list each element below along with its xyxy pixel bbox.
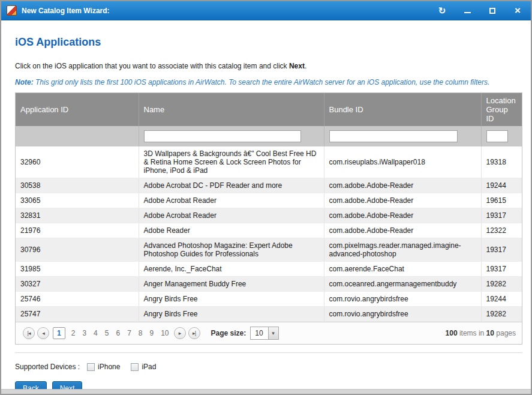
- cell-application-id: 32831: [16, 208, 139, 223]
- ipad-checkbox[interactable]: [131, 363, 139, 371]
- app-icon: [7, 5, 17, 16]
- window-bottom-edge: [1, 389, 531, 394]
- window-title: New Catalog Item Wizard:: [22, 7, 110, 15]
- cell-name: 3D Wallpapers & Backgrounds â€" Cool Bes…: [139, 146, 324, 178]
- wizard-buttons: Back Next: [15, 381, 522, 389]
- cell-application-id: 30538: [16, 178, 139, 193]
- titlebar: New Catalog Item Wizard: ↻ ×: [1, 1, 531, 20]
- filter-cell-application-id: [16, 126, 139, 146]
- chevron-down-icon[interactable]: ▾: [268, 327, 278, 339]
- page-number-2[interactable]: 2: [71, 329, 76, 337]
- pager: |◂ ◂ 1 2 3 4 5 6 7 8 9 10 ▸ ▸| Page size…: [16, 322, 522, 344]
- ipad-option: iPad: [131, 363, 156, 371]
- table-row[interactable]: 32831 Adobe Acrobat Reader com.adobe.Ado…: [16, 208, 522, 223]
- cell-bundle-id: com.aerende.FaceChat: [324, 262, 481, 277]
- cell-application-id: 31985: [16, 262, 139, 277]
- column-header-application-id[interactable]: Application ID: [16, 93, 139, 126]
- iphone-option: iPhone: [87, 363, 120, 371]
- column-header-bundle-id[interactable]: Bundle ID: [324, 93, 481, 126]
- cell-bundle-id: com.riseuplabs.iWallpaper018: [324, 146, 481, 178]
- prev-page-icon[interactable]: ◂: [37, 327, 49, 339]
- page-number-3[interactable]: 3: [82, 329, 86, 337]
- cell-application-id: 21976: [16, 223, 139, 238]
- last-page-icon[interactable]: ▸|: [188, 327, 200, 339]
- cell-location-group-id: 19317: [481, 262, 522, 277]
- back-button[interactable]: Back: [15, 381, 47, 389]
- cell-application-id: 33065: [16, 193, 139, 208]
- page-number-7[interactable]: 7: [127, 329, 131, 337]
- page-number-5[interactable]: 5: [105, 329, 109, 337]
- page-size-dropdown[interactable]: 10 ▾: [250, 327, 278, 340]
- cell-location-group-id: 19318: [481, 146, 522, 178]
- footer-divider: [15, 352, 522, 353]
- page-size-value: 10: [251, 329, 267, 337]
- iphone-checkbox[interactable]: [87, 363, 95, 371]
- wizard-window: New Catalog Item Wizard: ↻ × iOS Applica…: [0, 0, 532, 395]
- cell-bundle-id: com.adobe.Adobe-Reader: [324, 208, 481, 223]
- table-row[interactable]: 32960 3D Wallpapers & Backgrounds â€" Co…: [16, 146, 522, 178]
- table-row[interactable]: 25746 Angry Birds Free com.rovio.angrybi…: [16, 292, 522, 307]
- refresh-icon[interactable]: ↻: [437, 6, 447, 16]
- cell-name: Angry Birds Free: [139, 307, 324, 322]
- table-row[interactable]: 30796 Advanced Photoshop Magazine: Exper…: [16, 238, 522, 262]
- cell-application-id: 30327: [16, 277, 139, 292]
- window-controls: ↻ ×: [437, 6, 522, 16]
- page-number-4[interactable]: 4: [94, 329, 98, 337]
- column-header-name[interactable]: Name: [139, 93, 324, 126]
- wizard-content: iOS Applications Click on the iOS applic…: [1, 20, 531, 389]
- table-row[interactable]: 25747 Angry Birds Free com.rovio.angrybi…: [16, 307, 522, 322]
- cell-name: Adobe Reader: [139, 223, 324, 238]
- table-row[interactable]: 31985 Aerende, Inc._FaceChat com.aerende…: [16, 262, 522, 277]
- next-button[interactable]: Next: [52, 381, 83, 389]
- next-page-icon[interactable]: ▸: [174, 327, 186, 339]
- cell-location-group-id: 19317: [481, 208, 522, 223]
- first-page-icon[interactable]: |◂: [23, 327, 35, 339]
- location-group-filter-input[interactable]: [486, 130, 508, 142]
- iphone-label: iPhone: [98, 363, 120, 371]
- instruction-text: Click on the iOS application that you wa…: [15, 62, 522, 70]
- table-row[interactable]: 30538 Adobe Acrobat DC - PDF Reader and …: [16, 178, 522, 193]
- grid-filter-row: [16, 126, 522, 146]
- applications-table: Application ID Name Bundle ID Location G…: [16, 93, 522, 322]
- minimize-icon[interactable]: [462, 6, 472, 16]
- cell-bundle-id: com.adobe.Adobe-Reader: [324, 223, 481, 238]
- cell-location-group-id: 19615: [481, 193, 522, 208]
- cell-location-group-id: 19244: [481, 292, 522, 307]
- page-title: iOS Applications: [15, 36, 522, 49]
- page-number-1[interactable]: 1: [53, 327, 65, 339]
- cell-bundle-id: com.oceanred.angermanagementbuddy: [324, 277, 481, 292]
- cell-location-group-id: 19282: [481, 277, 522, 292]
- cell-location-group-id: 19244: [481, 178, 522, 193]
- table-row[interactable]: 33065 Adobe Acrobat Reader com.adobe.Ado…: [16, 193, 522, 208]
- cell-application-id: 32960: [16, 146, 139, 178]
- page-number-8[interactable]: 8: [139, 329, 143, 337]
- page-number-9[interactable]: 9: [150, 329, 154, 337]
- cell-name: Advanced Photoshop Magazine: Expert Adob…: [139, 238, 324, 262]
- bundle-id-filter-input[interactable]: [329, 130, 458, 142]
- page-size-label: Page size:: [211, 329, 247, 337]
- cell-name: Aerende, Inc._FaceChat: [139, 262, 324, 277]
- table-row[interactable]: 30327 Anger Management Buddy Free com.oc…: [16, 277, 522, 292]
- cell-location-group-id: 19317: [481, 238, 522, 262]
- pager-summary: 100 items in 10 pages: [446, 329, 516, 337]
- note-text: Note: This grid only lists the first 100…: [15, 78, 522, 86]
- cell-application-id: 25746: [16, 292, 139, 307]
- cell-name: Adobe Acrobat Reader: [139, 208, 324, 223]
- name-filter-input[interactable]: [144, 130, 301, 142]
- column-header-location-group-id[interactable]: Location Group ID: [481, 93, 522, 126]
- cell-name: Adobe Acrobat DC - PDF Reader and more: [139, 178, 324, 193]
- supported-devices-label: Supported Devices :: [15, 363, 80, 371]
- cell-bundle-id: com.rovio.angrybirdsfree: [324, 307, 481, 322]
- ipad-label: iPad: [142, 363, 156, 371]
- page-number-6[interactable]: 6: [116, 329, 120, 337]
- cell-name: Anger Management Buddy Free: [139, 277, 324, 292]
- maximize-icon[interactable]: [488, 6, 497, 16]
- cell-bundle-id: com.rovio.angrybirdsfree: [324, 292, 481, 307]
- cell-location-group-id: 19282: [481, 307, 522, 322]
- cell-location-group-id: 12322: [481, 223, 522, 238]
- table-row[interactable]: 21976 Adobe Reader com.adobe.Adobe-Reade…: [16, 223, 522, 238]
- close-icon[interactable]: ×: [513, 6, 522, 16]
- supported-devices-row: Supported Devices : iPhone iPad: [15, 363, 522, 371]
- cell-bundle-id: com.adobe.Adobe-Reader: [324, 193, 481, 208]
- page-number-10[interactable]: 10: [161, 329, 169, 337]
